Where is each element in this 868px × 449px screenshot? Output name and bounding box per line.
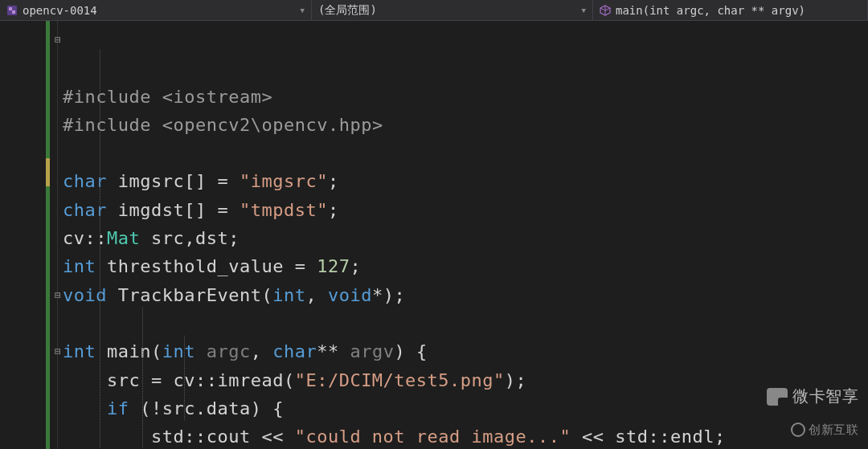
change-bar-unsaved [46,158,50,186]
change-bar-saved [46,21,50,449]
cube-icon [600,5,611,16]
wechat-icon [767,388,788,406]
scope-label: (全局范围) [318,3,377,18]
gutter: ⊟ ⊟ ⊟ [0,21,58,449]
function-selector[interactable]: main(int argc, char ** argv) [593,0,868,20]
code-editor[interactable]: ⊟ ⊟ ⊟ #include <iostream> #include <open… [0,21,868,449]
watermarks: 微卡智享 创新互联 [767,382,858,444]
svg-rect-2 [12,10,15,14]
chevron-down-icon: ▼ [301,6,305,14]
code-area[interactable]: #include <iostream> #include <opencv2\op… [58,21,868,449]
watermark-top: 微卡智享 [767,382,858,410]
logo-icon [791,422,805,437]
cpp-icon [6,5,18,16]
svg-rect-1 [9,7,12,10]
project-name: opencv-0014 [23,4,97,17]
navigation-bar: opencv-0014 ▼ (全局范围) ▼ main(int argc, ch… [0,0,868,21]
function-name: main(int argc, char ** argv) [616,4,805,17]
scope-selector[interactable]: (全局范围) ▼ [312,0,593,20]
chevron-down-icon: ▼ [582,6,586,14]
watermark-bottom: 创新互联 [791,416,858,444]
project-selector[interactable]: opencv-0014 ▼ [0,0,312,20]
